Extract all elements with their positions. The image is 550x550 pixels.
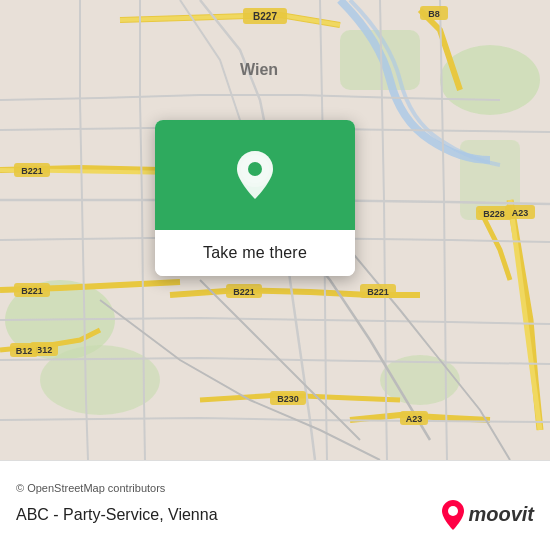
location-row: ABC - Party-Service, Vienna moovit [16,500,534,530]
svg-text:B227: B227 [253,11,277,22]
location-pin-icon [231,147,279,203]
svg-text:A23: A23 [512,208,529,218]
svg-point-2 [40,345,160,415]
svg-point-34 [248,162,262,176]
svg-text:B230: B230 [277,394,299,404]
svg-text:B221: B221 [233,287,255,297]
svg-text:B221: B221 [21,286,43,296]
svg-text:B12: B12 [16,346,33,356]
bottom-bar: © OpenStreetMap contributors ABC - Party… [0,460,550,550]
osm-attribution: © OpenStreetMap contributors [16,482,534,494]
svg-text:B228: B228 [483,209,505,219]
map-container: Wien B227 B8 B221 B221 B12 B221 B221 A23… [0,0,550,550]
svg-point-35 [448,506,458,516]
moovit-text: moovit [468,503,534,526]
take-me-there-button[interactable]: Take me there [155,230,355,276]
popup-card: Take me there [155,120,355,276]
svg-text:A23: A23 [406,414,423,424]
moovit-logo: moovit [442,500,534,530]
svg-text:B221: B221 [367,287,389,297]
svg-text:B221: B221 [21,166,43,176]
popup-green-area [155,120,355,230]
svg-text:B8: B8 [428,9,440,19]
moovit-pin-icon [442,500,464,530]
svg-text:Wien: Wien [240,61,278,78]
location-name: ABC - Party-Service, Vienna [16,506,218,524]
svg-text:B12: B12 [36,345,53,355]
